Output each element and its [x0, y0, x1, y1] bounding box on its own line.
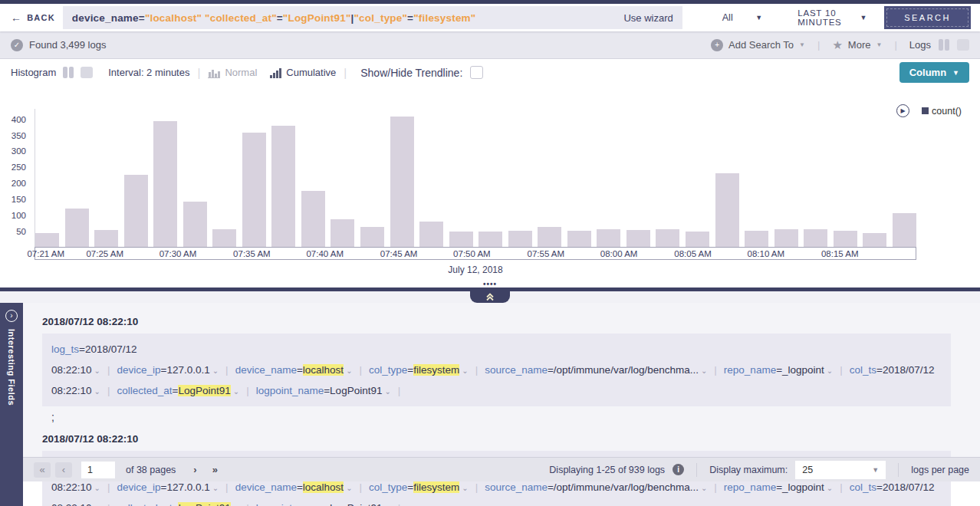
double-chevron-up-icon — [485, 293, 495, 301]
log-field-col_type[interactable]: col_type=filesystem⌄ — [369, 364, 469, 376]
chart-bar[interactable] — [390, 117, 414, 247]
log-field-repo_name[interactable]: repo_name=_logpoint⌄ — [724, 364, 833, 376]
chart-bar[interactable] — [153, 121, 177, 247]
chevron-down-icon[interactable]: ⌄ — [701, 366, 707, 375]
chevron-down-icon[interactable]: ⌄ — [233, 387, 239, 396]
log-terminator: ; — [51, 411, 951, 423]
chart-bar[interactable] — [508, 231, 532, 247]
page-number-input[interactable] — [81, 462, 115, 478]
chart-bar[interactable] — [893, 213, 916, 247]
cumulative-mode-button[interactable]: Cumulative — [269, 67, 336, 78]
log-field-device_ip[interactable]: device_ip=127.0.0.1⌄ — [117, 364, 219, 376]
field-name: device_ip — [117, 364, 160, 376]
chart-bar[interactable] — [331, 219, 354, 247]
chart-bar[interactable] — [804, 229, 827, 247]
chevron-down-icon[interactable]: ⌄ — [94, 484, 100, 492]
field-name: log_ts — [51, 343, 79, 355]
chart-bar[interactable] — [419, 222, 443, 247]
field-equals: = — [324, 502, 330, 506]
chart-bar[interactable] — [301, 191, 325, 247]
chart-bar[interactable] — [271, 126, 295, 247]
chevron-down-icon[interactable]: ⌄ — [462, 366, 468, 375]
log-field-collected_at[interactable]: collected_at=LogPoint91⌄ — [117, 385, 239, 396]
normal-chart-icon — [208, 67, 220, 78]
search-query-input[interactable]: device_name="localhost" "collected_at"="… — [63, 6, 682, 29]
first-page-button[interactable]: « — [34, 462, 51, 478]
chart-bar[interactable] — [449, 232, 473, 247]
log-field-logpoint_name[interactable]: logpoint_name=LogPoint91⌄ — [256, 385, 391, 396]
chart-bar[interactable] — [597, 229, 620, 247]
chevron-right-circle-icon[interactable]: › — [5, 310, 18, 322]
search-button[interactable]: SEARCH — [884, 6, 971, 29]
prev-page-button[interactable]: ‹ — [55, 462, 72, 478]
display-maximum-select[interactable]: 25 ▼ — [795, 461, 886, 479]
chart-bar[interactable] — [715, 173, 739, 247]
log-fields: log_ts=2018/07/12 08:22:10⌄|device_ip=12… — [42, 334, 951, 406]
log-field-device_ip[interactable]: device_ip=127.0.0.1⌄ — [117, 481, 219, 493]
field-separator: | — [398, 502, 401, 506]
chart-bar[interactable] — [183, 202, 207, 247]
column-type-dropdown[interactable]: Column ▼ — [899, 62, 969, 83]
chart-bar[interactable] — [686, 232, 709, 247]
chart-bar[interactable] — [774, 229, 798, 247]
chart-bar[interactable] — [242, 133, 266, 247]
log-field-device_name[interactable]: device_name=localhost⌄ — [235, 481, 353, 493]
chevron-down-icon[interactable]: ⌄ — [827, 366, 833, 375]
chevron-down-icon[interactable]: ⌄ — [212, 484, 219, 492]
chart-bar[interactable] — [360, 227, 384, 247]
chevron-down-icon[interactable]: ⌄ — [701, 484, 707, 492]
histogram-grid-view-icon[interactable] — [81, 67, 93, 78]
log-field-source_name[interactable]: source_name=/opt/immune/var/log/benchma.… — [485, 364, 707, 376]
chart-bar[interactable] — [863, 233, 886, 247]
info-icon[interactable]: i — [673, 464, 684, 475]
next-page-button[interactable]: › — [186, 462, 203, 478]
trendline-checkbox[interactable] — [470, 66, 483, 79]
normal-mode-button[interactable]: Normal — [208, 67, 257, 78]
collapse-chart-button[interactable] — [470, 291, 510, 303]
chevron-down-icon[interactable]: ⌄ — [827, 484, 833, 492]
chevron-down-icon[interactable]: ⌄ — [94, 366, 100, 375]
x-tick-label: 08:10 AM — [748, 248, 785, 260]
drag-dots-icon[interactable]: •••• — [483, 280, 497, 288]
chart-bar[interactable] — [538, 227, 561, 247]
log-field-collected_at[interactable]: collected_at=LogPoint91⌄ — [117, 502, 239, 506]
interesting-fields-sidebar[interactable]: › Interesting Fields — [0, 303, 23, 506]
log-field-source_name[interactable]: source_name=/opt/immune/var/log/benchma.… — [485, 481, 707, 493]
chevron-down-icon[interactable]: ⌄ — [346, 484, 352, 492]
chart-bar[interactable] — [478, 232, 502, 247]
chevron-down-icon[interactable]: ⌄ — [94, 387, 100, 396]
field-name: device_name — [235, 481, 297, 493]
chevron-down-icon[interactable]: ⌄ — [346, 366, 352, 375]
chart-bar[interactable] — [94, 230, 118, 247]
more-button[interactable]: ★ More ▼ — [832, 38, 882, 52]
use-wizard-link[interactable]: Use wizard — [623, 12, 673, 24]
chart-bar[interactable] — [626, 230, 650, 247]
chart-bar[interactable] — [35, 233, 59, 247]
chart-bar[interactable] — [834, 231, 857, 247]
chevron-down-icon[interactable]: ⌄ — [212, 366, 219, 375]
log-field-logpoint_name[interactable]: logpoint_name=LogPoint91⌄ — [256, 502, 391, 506]
field-value: localhost — [303, 481, 344, 493]
time-range-dropdown[interactable]: LAST 10 MINUTES ▼ — [797, 8, 867, 27]
scope-dropdown[interactable]: All ▼ — [722, 12, 762, 23]
chart-bar[interactable] — [656, 229, 679, 247]
page-count-label: of 38 pages — [126, 465, 176, 475]
chevron-down-icon[interactable]: ⌄ — [462, 484, 468, 492]
log-field-repo_name[interactable]: repo_name=_logpoint⌄ — [724, 481, 833, 493]
back-button[interactable]: ← BACK — [11, 12, 55, 23]
chart-bar[interactable] — [212, 229, 236, 247]
chart-bar[interactable] — [745, 231, 768, 247]
add-search-to-button[interactable]: + Add Search To ▼ — [711, 39, 805, 51]
last-page-button[interactable]: » — [206, 462, 223, 478]
chart-bar[interactable] — [65, 209, 89, 247]
chart-bar[interactable] — [124, 175, 148, 247]
log-field-device_name[interactable]: device_name=localhost⌄ — [235, 364, 353, 376]
scope-value: All — [722, 12, 733, 23]
chart-bar[interactable] — [567, 231, 591, 247]
more-label: More — [848, 39, 871, 51]
chevron-down-icon[interactable]: ⌄ — [384, 387, 390, 396]
histogram-column-view-icon[interactable] — [63, 67, 74, 78]
grid-view-icon[interactable] — [957, 39, 969, 51]
column-view-icon[interactable] — [939, 39, 949, 51]
log-field-col_type[interactable]: col_type=filesystem⌄ — [369, 481, 469, 493]
